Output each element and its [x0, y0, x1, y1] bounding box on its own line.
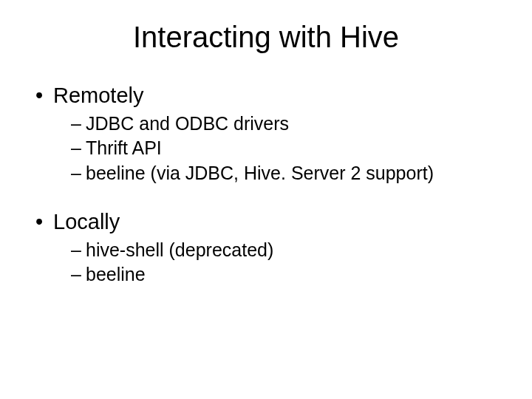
sub-bullet-group: – JDBC and ODBC drivers – Thrift API – b… — [71, 112, 502, 185]
dash-icon: – — [71, 162, 86, 185]
bullet-level2: – beeline (via JDBC, Hive. Server 2 supp… — [71, 162, 502, 185]
bullet-level2: – beeline — [71, 263, 502, 286]
bullet-level2: – hive-shell (deprecated) — [71, 239, 502, 262]
bullet-icon: • — [35, 210, 53, 234]
bullet-level2: – Thrift API — [71, 137, 502, 160]
bullet-text: Remotely — [53, 83, 144, 108]
sub-bullet-text: hive-shell (deprecated) — [86, 239, 273, 262]
sub-bullet-text: beeline (via JDBC, Hive. Server 2 suppor… — [86, 162, 434, 185]
bullet-level1: • Remotely — [35, 83, 502, 108]
bullet-text: Locally — [53, 210, 120, 234]
bullet-level2: – JDBC and ODBC drivers — [71, 112, 502, 135]
slide-content: • Remotely – JDBC and ODBC drivers – Thr… — [30, 83, 502, 286]
slide: Interacting with Hive • Remotely – JDBC … — [0, 0, 532, 399]
dash-icon: – — [71, 239, 86, 262]
dash-icon: – — [71, 263, 86, 286]
dash-icon: – — [71, 137, 86, 160]
sub-bullet-group: – hive-shell (deprecated) – beeline — [71, 239, 502, 287]
bullet-icon: • — [35, 83, 53, 108]
bullet-level1: • Locally — [35, 210, 502, 234]
dash-icon: – — [71, 112, 86, 135]
slide-title: Interacting with Hive — [30, 21, 502, 54]
sub-bullet-text: Thrift API — [86, 137, 162, 160]
sub-bullet-text: beeline — [86, 263, 146, 286]
sub-bullet-text: JDBC and ODBC drivers — [86, 112, 289, 135]
